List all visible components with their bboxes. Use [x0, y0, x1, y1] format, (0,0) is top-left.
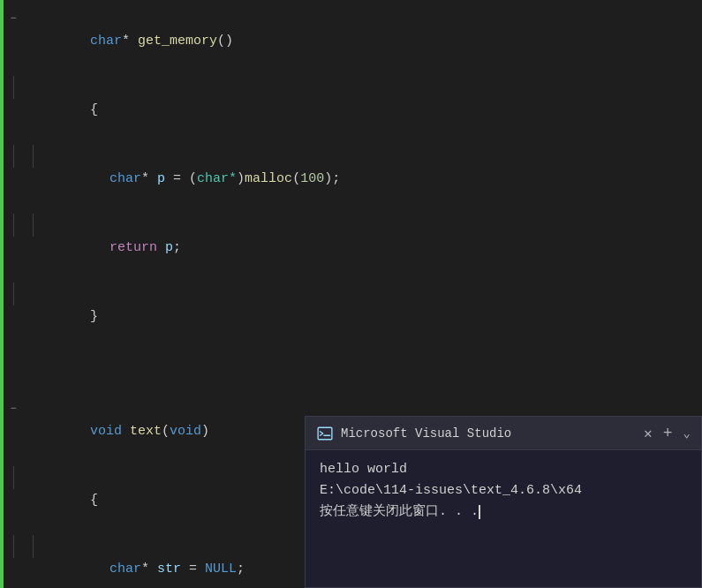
operator: )	[237, 171, 245, 186]
operator: );	[324, 171, 340, 186]
indent-guide	[4, 214, 23, 237]
function-name: malloc	[245, 171, 292, 186]
operator: *	[122, 34, 138, 49]
code-line: {	[4, 76, 702, 145]
operator: = (	[165, 171, 197, 186]
code-text: char* p = (char*)malloc(100);	[42, 145, 702, 214]
operator	[122, 424, 130, 439]
terminal-cursor	[479, 505, 480, 519]
terminal-chevron-button[interactable]: ⌄	[683, 426, 691, 441]
variable: p	[165, 240, 173, 255]
code-text: }	[23, 283, 702, 351]
terminal-close-button[interactable]: ✕	[644, 425, 653, 442]
indent-guide	[23, 214, 42, 237]
keyword-null: NULL	[205, 562, 237, 577]
indent-guide	[23, 145, 42, 168]
keyword: void	[90, 424, 122, 439]
operator: (	[292, 171, 300, 186]
indent-guide	[4, 145, 23, 168]
operator: *	[141, 562, 157, 577]
keyword: void	[170, 424, 201, 439]
operator	[157, 240, 165, 255]
terminal-line-3: 按任意键关闭此窗口. . .	[320, 501, 687, 523]
code-line: − char* get_memory()	[4, 7, 702, 76]
code-container: − char* get_memory() { char* p = (char*)…	[4, 0, 702, 588]
keyword: char	[109, 562, 141, 577]
terminal-body: hello world E:\code\114-issues\text_4.6.…	[306, 450, 701, 587]
indent-guide	[4, 76, 23, 99]
terminal-title: Microsoft Visual Studio	[341, 426, 644, 441]
indent-guide	[4, 535, 23, 558]
code-line: char* p = (char*)malloc(100);	[4, 145, 702, 214]
terminal-line-1: hello world	[320, 459, 687, 480]
operator: ;	[173, 240, 181, 255]
terminal-line-2: E:\code\114-issues\text_4.6.8\x64	[320, 480, 687, 501]
terminal-plus-button[interactable]: +	[663, 425, 673, 442]
code-text: char* get_memory()	[23, 7, 702, 76]
brace: {	[90, 102, 98, 117]
fold-icon[interactable]: −	[4, 7, 23, 30]
empty-line	[4, 351, 702, 374]
function-name: text	[130, 424, 162, 439]
empty-line	[4, 374, 702, 397]
indent-guide	[23, 535, 42, 558]
variable: p	[157, 171, 165, 186]
keyword: char	[90, 34, 122, 49]
operator: ()	[217, 34, 233, 49]
indent-guide	[4, 466, 23, 489]
brace: {	[90, 493, 98, 508]
svg-rect-0	[318, 427, 332, 440]
brace: }	[90, 309, 98, 324]
terminal-icon	[316, 425, 334, 442]
function-name: get_memory	[138, 34, 217, 49]
variable: str	[157, 562, 181, 577]
fold-icon[interactable]: −	[4, 397, 23, 420]
keyword: char	[109, 171, 141, 186]
terminal-titlebar: Microsoft Visual Studio ✕ + ⌄	[306, 417, 701, 450]
terminal-controls: ✕ + ⌄	[644, 425, 691, 442]
operator: *	[141, 171, 157, 186]
code-text: {	[23, 76, 702, 145]
operator: ;	[237, 562, 245, 577]
number: 100	[300, 171, 324, 186]
code-line: return p;	[4, 214, 702, 283]
operator: (	[162, 424, 170, 439]
code-text: return p;	[42, 214, 702, 283]
editor-area: − char* get_memory() { char* p = (char*)…	[0, 0, 702, 588]
cast-type: char*	[197, 171, 237, 186]
code-line: }	[4, 283, 702, 351]
indent-guide	[4, 283, 23, 305]
terminal-popup: Microsoft Visual Studio ✕ + ⌄ hello worl…	[305, 416, 702, 588]
keyword-return: return	[109, 240, 157, 255]
operator: =	[181, 562, 205, 577]
operator: )	[201, 424, 209, 439]
